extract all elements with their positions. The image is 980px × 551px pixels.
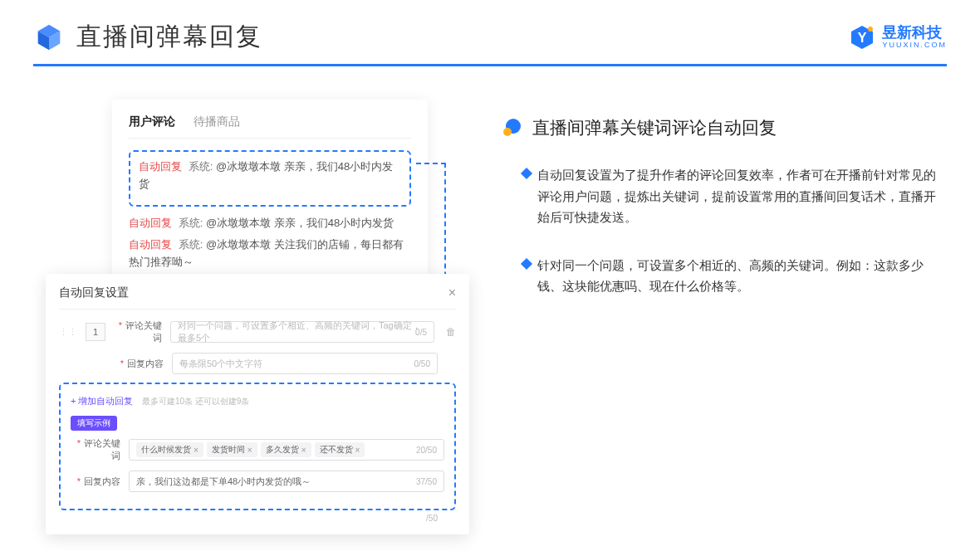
example-keyword-input[interactable]: 什么时候发货× 发货时间× 多久发货× 还不发货× 20/50 [129,439,444,461]
connector-h [416,163,446,164]
brand-logo: Y 昱新科技 YUUXIN.COM [849,24,947,51]
trash-icon[interactable]: 🗑 [446,326,456,338]
svg-point-7 [503,128,512,136]
tag-chip: 什么时候发货× [136,442,203,457]
auto-reply-tag: 自动回复 [139,160,182,173]
diamond-icon [521,168,532,179]
example-keyword-row: *评论关键词 什么时候发货× 发货时间× 多久发货× 还不发货× 20/50 [71,437,444,462]
auto-reply-tag: 自动回复 [129,217,172,229]
settings-modal: 自动回复设置 × ⋮⋮ 1 *评论关键词 对同一个问题，可设置多个相近、高频的关… [46,274,469,534]
brand-text-wrap: 昱新科技 YUUXIN.COM [882,25,947,49]
keyword-placeholder: 对同一个问题，可设置多个相近、高频的关键词，Tag确定，最多5个 [178,319,427,344]
modal-title: 自动回复设置 [59,285,129,300]
reply-placeholder: 每条限50个中文字符 [179,358,262,370]
cube-icon [33,22,65,53]
add-hint: 最多可建10条 还可以创建9条 [142,397,249,406]
tab-user-comments[interactable]: 用户评论 [129,115,175,129]
bubble-icon [502,118,522,138]
page-header: 直播间弹幕回复 Y 昱新科技 YUUXIN.COM [0,0,980,64]
close-icon[interactable]: × [448,285,456,300]
comment-highlight: 自动回复 系统: @冰墩墩本墩 亲亲，我们48小时内发货 [139,158,401,193]
form-row-reply: *回复内容 每条限50个中文字符 0/50 [59,353,456,374]
bullet-2: 针对同一个问题，可设置多个相近的、高频的关键词。例如：这款多少钱、这块能优惠吗、… [502,255,945,297]
keyword-input[interactable]: 对同一个问题，可设置多个相近、高频的关键词，Tag确定，最多5个 0/5 [170,321,434,343]
description-column: 直播间弹幕关键词评论自动回复 自动回复设置为了提升作者的评论回复效率，作者可在开… [502,100,945,324]
card-tabs: 用户评论 待播商品 [129,115,411,139]
ex-reply-counter: 37/50 [416,477,437,486]
ex-reply-text: 亲，我们这边都是下单48小时内发货的哦～ [136,475,311,488]
add-auto-reply-link[interactable]: + 增加自动回复 [71,396,133,406]
reply-counter: 0/50 [414,359,430,368]
modal-header: 自动回复设置 × [59,285,456,310]
section-title: 直播间弹幕关键词评论自动回复 [532,116,777,139]
content-area: 用户评论 待播商品 自动回复 系统: @冰墩墩本墩 亲亲，我们48小时内发货 自… [0,66,980,324]
tag-chip: 发货时间× [207,442,257,457]
diamond-icon [521,257,532,269]
drag-handle-icon[interactable]: ⋮⋮ [59,327,77,338]
keyword-label: *评论关键词 [114,319,162,344]
brand-name: 昱新科技 [882,25,947,40]
auto-reply-tag: 自动回复 [129,238,172,251]
reply-label: *回复内容 [115,358,164,370]
bullet-1: 自动回复设置为了提升作者的评论回复效率，作者可在开播前针对常见的评论用户问题，提… [502,164,945,228]
system-tag: 系统: [189,160,213,173]
highlighted-comment: 自动回复 系统: @冰墩墩本墩 亲亲，我们48小时内发货 [129,150,411,207]
ex-kw-counter: 20/50 [416,446,437,455]
add-row: + 增加自动回复 最多可建10条 还可以创建9条 [71,393,444,407]
hexagon-icon: Y [849,24,875,51]
row-number: 1 [86,323,105,341]
ex-keyword-label: *评论关键词 [71,437,120,462]
section-header: 直播间弹幕关键词评论自动回复 [502,116,945,139]
page-title: 直播间弹幕回复 [76,20,262,54]
system-tag: 系统: [179,217,203,229]
form-row-keyword: ⋮⋮ 1 *评论关键词 对同一个问题，可设置多个相近、高频的关键词，Tag确定，… [59,319,456,344]
ex-reply-label: *回复内容 [71,475,120,488]
comment-line-2: 自动回复 系统: @冰墩墩本墩 亲亲，我们48小时内发货 [129,215,411,232]
comment-text: @冰墩墩本墩 亲亲，我们48小时内发货 [206,217,394,229]
keyword-counter: 0/5 [415,328,427,337]
example-section: + 增加自动回复 最多可建10条 还可以创建9条 填写示例 *评论关键词 什么时… [59,383,456,510]
reply-input[interactable]: 每条限50个中文字符 0/50 [172,353,438,374]
example-reply-input[interactable]: 亲，我们这边都是下单48小时内发货的哦～ 37/50 [129,471,444,492]
comments-card: 用户评论 待播商品 自动回复 系统: @冰墩墩本墩 亲亲，我们48小时内发货 自… [112,100,428,299]
illustration-column: 用户评论 待播商品 自动回复 系统: @冰墩墩本墩 亲亲，我们48小时内发货 自… [46,100,469,324]
comment-line-3: 自动回复 系统: @冰墩墩本墩 关注我们的店铺，每日都有热门推荐呦～ [129,236,411,271]
example-badge: 填写示例 [71,416,117,431]
tag-chip: 多久发货× [261,442,311,457]
system-tag: 系统: [179,238,203,251]
bullet-1-text: 自动回复设置为了提升作者的评论回复效率，作者可在开播前针对常见的评论用户问题，提… [537,164,945,228]
brand-sub: YUUXIN.COM [882,41,947,49]
bullet-2-text: 针对同一个问题，可设置多个相近的、高频的关键词。例如：这款多少钱、这块能优惠吗、… [537,255,945,297]
header-left: 直播间弹幕回复 [33,20,262,54]
svg-point-5 [868,27,873,32]
svg-text:Y: Y [858,31,867,45]
example-reply-row: *回复内容 亲，我们这边都是下单48小时内发货的哦～ 37/50 [71,471,444,492]
tab-pending-goods[interactable]: 待播商品 [194,115,240,129]
outer-counter: /50 [59,514,456,523]
tag-chip: 还不发货× [315,442,365,457]
